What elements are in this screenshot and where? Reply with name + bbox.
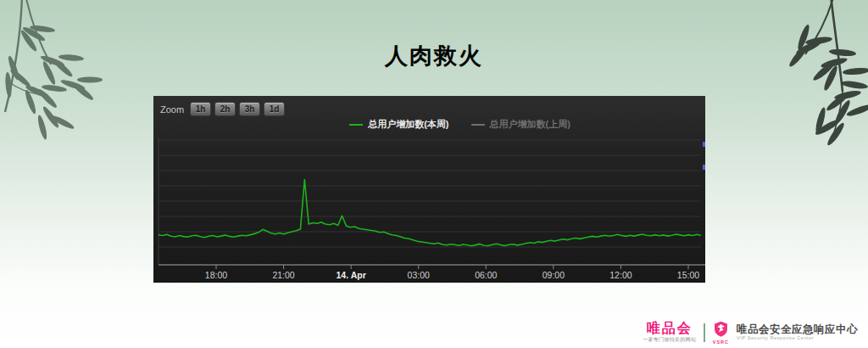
- vsrc-shield-icon: [714, 321, 728, 337]
- zoom-button-1h[interactable]: 1h: [190, 102, 211, 116]
- bamboo-left-icon: [0, 0, 127, 144]
- zoom-button-3h[interactable]: 3h: [239, 102, 260, 116]
- divider: [704, 323, 705, 342]
- svg-text:09:00: 09:00: [542, 270, 565, 280]
- legend-item-this-week[interactable]: 总用户增加数(本周): [349, 118, 448, 131]
- legend-label-last-week: 总用户增加数(上周): [490, 118, 570, 131]
- legend-swatch-this-week: [349, 124, 363, 126]
- vip-logo-block: 唯品会 一家专门做特卖的网站: [643, 321, 696, 344]
- vsrc-center-block: 唯品会安全应急响应中心 VIP Security Response Center: [737, 324, 858, 341]
- legend-swatch-last-week: [471, 124, 485, 126]
- zoom-button-1d[interactable]: 1d: [264, 102, 285, 116]
- vsrc-logo-block: VSRC: [713, 321, 729, 345]
- svg-text:15:00: 15:00: [677, 270, 699, 280]
- vip-slogan: 一家专门做特卖的网站: [643, 336, 696, 344]
- svg-text:14. Apr: 14. Apr: [337, 270, 366, 280]
- chart-panel: 18:0021:0014. Apr03:0006:0009:0012:0015:…: [153, 96, 705, 283]
- svg-text:12:00: 12:00: [609, 270, 632, 280]
- slide: 人肉救火 18:0021:0014. Apr03:0006:0009:0012:…: [0, 0, 868, 348]
- legend-label-this-week: 总用户增加数(本周): [368, 118, 448, 131]
- footer-logos: 唯品会 一家专门做特卖的网站 VSRC 唯品会安全应急响应中心 VIP Secu…: [643, 321, 858, 345]
- svg-text:03:00: 03:00: [408, 270, 430, 280]
- vsrc-center-name: 唯品会安全应急响应中心: [737, 324, 858, 335]
- vsrc-label: VSRC: [713, 340, 729, 345]
- bamboo-right-icon: [749, 0, 868, 161]
- svg-text:21:00: 21:00: [272, 270, 294, 280]
- page-title: 人肉救火: [0, 41, 868, 71]
- zoom-button-2h[interactable]: 2h: [214, 102, 236, 116]
- zoom-label: Zoom: [160, 104, 184, 115]
- chart-legend: 总用户增加数(本周) 总用户增加数(上周): [153, 118, 705, 131]
- legend-item-last-week[interactable]: 总用户增加数(上周): [471, 118, 570, 131]
- svg-text:06:00: 06:00: [475, 270, 497, 280]
- svg-text:18:00: 18:00: [205, 270, 227, 280]
- vsrc-center-name-en: VIP Security Response Center: [737, 336, 858, 341]
- vip-logo: 唯品会: [643, 321, 696, 335]
- chart-toolbar: Zoom 1h 2h 3h 1d: [160, 102, 288, 116]
